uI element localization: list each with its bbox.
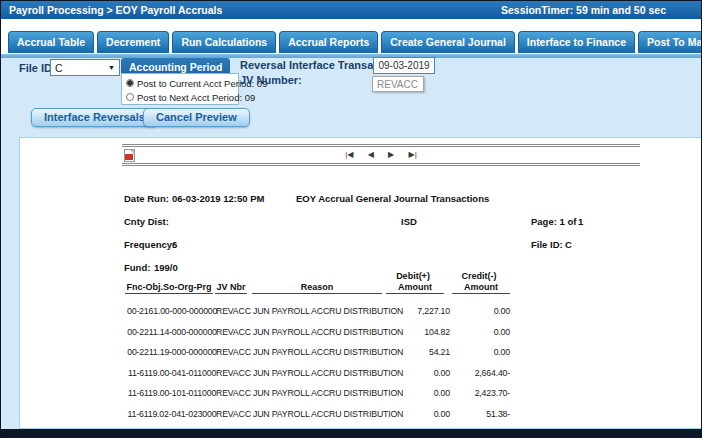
date-run-label: Date Run: xyxy=(124,193,169,204)
bottom-bar xyxy=(1,429,701,437)
session-timer: SessionTimer: 59 min and 50 sec xyxy=(501,4,666,16)
interface-reversals-button[interactable]: Interface Reversals xyxy=(31,108,158,127)
accounting-period-options: Post to Current Acct Period: 09 Post to … xyxy=(121,73,239,105)
cell-account: 11-6119.02-041-023000 xyxy=(127,409,217,419)
col-header-reason: Reason xyxy=(252,282,382,294)
frequency-label: Frequency: xyxy=(124,239,175,250)
file-id-select[interactable]: C ▼ xyxy=(50,59,120,76)
breadcrumb: Payroll Processing > EOY Payroll Accrual… xyxy=(9,4,222,16)
tab-accrual-table[interactable]: Accrual Table xyxy=(8,31,94,53)
cell-account: 11-6119.00-101-011000 xyxy=(127,388,217,398)
district-value: ISD xyxy=(401,216,417,227)
cell-credit: 2,664.40- xyxy=(440,368,510,378)
col-header-debit-line1: Debit(+) xyxy=(382,271,444,281)
cell-account: 00-2161.00-000-000000 xyxy=(127,306,217,316)
page-navigation: |◀ ◀ ▶ ▶| xyxy=(122,150,640,159)
report-file-id-value: C xyxy=(565,239,572,250)
cell-account: 00-2211.19-000-000000 xyxy=(127,347,217,357)
frequency-value: 6 xyxy=(172,239,177,250)
report-file-id-label: File ID: xyxy=(531,239,563,250)
page-value: 1 xyxy=(578,216,583,227)
file-id-value: C xyxy=(55,62,63,74)
table-row: 00-2211.19-000-000000 REVACC JUN PAYROLL… xyxy=(20,341,701,362)
col-header-credit-line1: Credit(-) xyxy=(448,271,510,281)
fund-label: Fund: xyxy=(124,262,150,273)
tab-interface-to-finance[interactable]: Interface to Finance xyxy=(518,31,635,53)
cell-credit: 2,423.70- xyxy=(440,388,510,398)
jv-number-label: JV Number: xyxy=(240,74,302,86)
tab-strip-divider xyxy=(1,54,701,58)
cell-credit: 0.00 xyxy=(440,327,510,337)
page-label: Page: 1 of xyxy=(531,216,576,227)
date-run-value: 06-03-2019 12:50 PM xyxy=(172,193,264,204)
cell-jv: REVACC xyxy=(216,409,256,419)
report-toolbar: |◀ ◀ ▶ ▶| xyxy=(122,144,640,166)
cell-jv: REVACC xyxy=(216,327,256,337)
cnty-dist-label: Cnty Dist: xyxy=(124,216,169,227)
tab-run-calculations[interactable]: Run Calculations xyxy=(172,31,276,53)
cancel-preview-button[interactable]: Cancel Preview xyxy=(143,108,250,127)
app-window: Payroll Processing > EOY Payroll Accrual… xyxy=(0,0,702,438)
cell-jv: REVACC xyxy=(216,306,256,316)
jv-number-value[interactable]: REVACC xyxy=(372,76,424,92)
cell-jv: REVACC xyxy=(216,388,256,398)
radio-next-label: Post to Next Acct Period: 09 xyxy=(137,92,255,103)
cell-jv: REVACC xyxy=(216,347,256,357)
tab-accrual-reports[interactable]: Accrual Reports xyxy=(279,31,378,53)
reversal-date-input[interactable]: 09-03-2019 xyxy=(373,57,435,74)
col-header-credit-line2: Amount xyxy=(452,282,510,294)
col-header-account: Fnc-Obj.So-Org-Prg xyxy=(125,282,213,294)
cell-account: 11-6119.00-041-011000 xyxy=(127,368,217,378)
col-header-jv: JV Nbr xyxy=(215,282,247,294)
tab-create-general-journal[interactable]: Create General Journal xyxy=(381,31,515,53)
next-page-button[interactable]: ▶ xyxy=(388,150,394,159)
cell-credit: 51.38- xyxy=(440,409,510,419)
fund-value: 199/0 xyxy=(154,262,178,273)
first-page-button[interactable]: |◀ xyxy=(345,150,353,159)
radio-post-next[interactable]: Post to Next Acct Period: 09 xyxy=(126,90,234,104)
table-row: 11-6119.00-041-011000 REVACC JUN PAYROLL… xyxy=(20,362,701,383)
radio-current-icon[interactable] xyxy=(126,79,134,87)
radio-next-icon[interactable] xyxy=(126,93,134,101)
report-title: EOY Accrual General Journal Transactions xyxy=(296,193,489,204)
col-header-debit-line2: Amount xyxy=(386,282,444,294)
table-row: 11-6119.02-041-023000 REVACC JUN PAYROLL… xyxy=(20,403,701,424)
tab-decrement[interactable]: Decrement xyxy=(97,31,169,53)
dropdown-arrow-icon: ▼ xyxy=(108,64,115,71)
transactions-table: 00-2161.00-000-000000 REVACC JUN PAYROLL… xyxy=(20,300,701,429)
cell-credit: 0.00 xyxy=(440,306,510,316)
cell-account: 00-2211.14-000-000000 xyxy=(127,327,217,337)
table-row: 11-6119.00-101-011000 REVACC JUN PAYROLL… xyxy=(20,382,701,403)
table-row: 00-2211.14-000-000000 REVACC JUN PAYROLL… xyxy=(20,321,701,342)
last-page-button[interactable]: ▶| xyxy=(409,150,417,159)
tab-strip: Accrual Table Decrement Run Calculations… xyxy=(1,19,701,54)
cell-jv: REVACC xyxy=(216,368,256,378)
tab-post-to-master[interactable]: Post To Master xyxy=(638,31,702,53)
radio-post-current[interactable]: Post to Current Acct Period: 09 xyxy=(126,76,234,90)
table-row: 00-2161.00-000-000000 REVACC JUN PAYROLL… xyxy=(20,300,701,321)
cell-credit: 0.00 xyxy=(440,347,510,357)
top-bar: Payroll Processing > EOY Payroll Accrual… xyxy=(1,1,701,19)
report-panel: |◀ ◀ ▶ ▶| Date Run: 06-03-2019 12:50 PM … xyxy=(19,137,701,429)
previous-page-button[interactable]: ◀ xyxy=(368,150,374,159)
